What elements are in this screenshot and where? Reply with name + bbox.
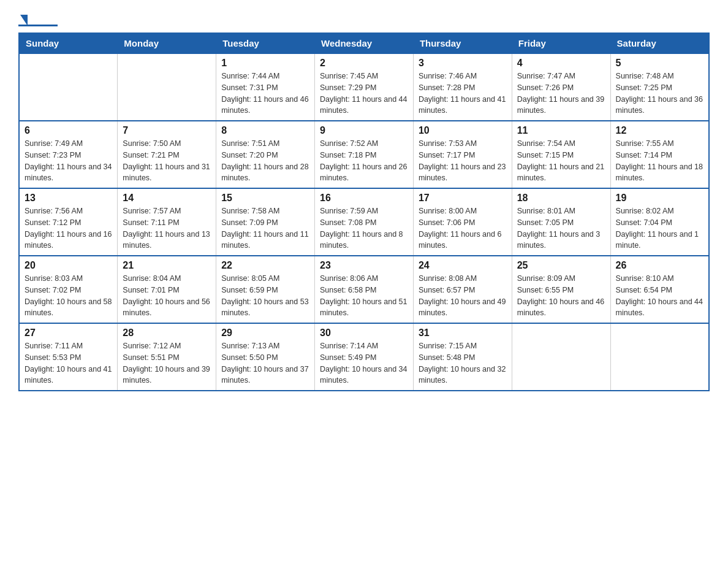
calendar-header-monday: Monday xyxy=(118,33,216,54)
calendar-week-row: 13Sunrise: 7:56 AMSunset: 7:12 PMDayligh… xyxy=(19,188,709,256)
calendar-cell: 19Sunrise: 8:02 AMSunset: 7:04 PMDayligh… xyxy=(610,188,709,256)
day-number: 19 xyxy=(616,193,703,204)
calendar-header-friday: Friday xyxy=(512,33,610,54)
calendar-cell xyxy=(610,323,709,391)
day-number: 25 xyxy=(517,260,605,271)
day-info: Sunrise: 8:10 AMSunset: 6:54 PMDaylight:… xyxy=(616,273,703,319)
day-number: 27 xyxy=(25,327,112,339)
calendar-cell: 17Sunrise: 8:00 AMSunset: 7:06 PMDayligh… xyxy=(413,188,512,256)
day-info: Sunrise: 8:09 AMSunset: 6:55 PMDaylight:… xyxy=(517,273,605,319)
day-info: Sunrise: 7:49 AMSunset: 7:23 PMDaylight:… xyxy=(25,138,112,184)
calendar-cell xyxy=(19,54,118,121)
day-number: 22 xyxy=(221,260,309,271)
day-info: Sunrise: 7:55 AMSunset: 7:14 PMDaylight:… xyxy=(616,138,703,184)
day-info: Sunrise: 8:04 AMSunset: 7:01 PMDaylight:… xyxy=(123,273,211,319)
calendar-cell xyxy=(118,54,216,121)
calendar-cell: 5Sunrise: 7:48 AMSunset: 7:25 PMDaylight… xyxy=(610,54,709,121)
day-info: Sunrise: 7:54 AMSunset: 7:15 PMDaylight:… xyxy=(517,138,605,184)
day-info: Sunrise: 7:51 AMSunset: 7:20 PMDaylight:… xyxy=(221,138,309,184)
calendar-header-wednesday: Wednesday xyxy=(315,33,414,54)
calendar-cell: 28Sunrise: 7:12 AMSunset: 5:51 PMDayligh… xyxy=(118,323,216,391)
day-info: Sunrise: 7:57 AMSunset: 7:11 PMDaylight:… xyxy=(123,205,211,251)
day-info: Sunrise: 7:44 AMSunset: 7:31 PMDaylight:… xyxy=(221,71,309,117)
day-info: Sunrise: 8:06 AMSunset: 6:58 PMDaylight:… xyxy=(320,273,408,319)
calendar-cell: 20Sunrise: 8:03 AMSunset: 7:02 PMDayligh… xyxy=(19,256,118,323)
day-info: Sunrise: 7:15 AMSunset: 5:48 PMDaylight:… xyxy=(419,340,507,386)
day-number: 2 xyxy=(320,58,408,69)
calendar-header-sunday: Sunday xyxy=(19,33,118,54)
day-number: 16 xyxy=(320,193,408,204)
day-number: 31 xyxy=(419,327,507,339)
day-info: Sunrise: 8:01 AMSunset: 7:05 PMDaylight:… xyxy=(517,205,605,251)
calendar-cell: 31Sunrise: 7:15 AMSunset: 5:48 PMDayligh… xyxy=(413,323,512,391)
day-number: 23 xyxy=(320,260,408,271)
calendar-cell: 4Sunrise: 7:47 AMSunset: 7:26 PMDaylight… xyxy=(512,54,610,121)
day-number: 4 xyxy=(517,58,605,69)
day-info: Sunrise: 7:52 AMSunset: 7:18 PMDaylight:… xyxy=(320,138,408,184)
day-number: 7 xyxy=(123,125,211,136)
calendar-cell: 9Sunrise: 7:52 AMSunset: 7:18 PMDaylight… xyxy=(315,121,414,188)
calendar-header-saturday: Saturday xyxy=(610,33,709,54)
calendar-week-row: 27Sunrise: 7:11 AMSunset: 5:53 PMDayligh… xyxy=(19,323,709,391)
day-info: Sunrise: 7:59 AMSunset: 7:08 PMDaylight:… xyxy=(320,205,408,251)
calendar-cell: 1Sunrise: 7:44 AMSunset: 7:31 PMDaylight… xyxy=(216,54,315,121)
calendar-cell: 27Sunrise: 7:11 AMSunset: 5:53 PMDayligh… xyxy=(19,323,118,391)
day-info: Sunrise: 7:50 AMSunset: 7:21 PMDaylight:… xyxy=(123,138,211,184)
day-info: Sunrise: 7:58 AMSunset: 7:09 PMDaylight:… xyxy=(221,205,309,251)
day-number: 15 xyxy=(221,193,309,204)
calendar-cell: 22Sunrise: 8:05 AMSunset: 6:59 PMDayligh… xyxy=(216,256,315,323)
day-info: Sunrise: 7:45 AMSunset: 7:29 PMDaylight:… xyxy=(320,71,408,117)
calendar-week-row: 6Sunrise: 7:49 AMSunset: 7:23 PMDaylight… xyxy=(19,121,709,188)
calendar-week-row: 20Sunrise: 8:03 AMSunset: 7:02 PMDayligh… xyxy=(19,256,709,323)
day-info: Sunrise: 8:08 AMSunset: 6:57 PMDaylight:… xyxy=(419,273,507,319)
day-info: Sunrise: 8:05 AMSunset: 6:59 PMDaylight:… xyxy=(221,273,309,319)
day-info: Sunrise: 7:47 AMSunset: 7:26 PMDaylight:… xyxy=(517,71,605,117)
day-info: Sunrise: 7:13 AMSunset: 5:50 PMDaylight:… xyxy=(221,340,309,386)
calendar-cell: 8Sunrise: 7:51 AMSunset: 7:20 PMDaylight… xyxy=(216,121,315,188)
calendar-cell: 23Sunrise: 8:06 AMSunset: 6:58 PMDayligh… xyxy=(315,256,414,323)
day-number: 17 xyxy=(419,193,507,204)
logo-text xyxy=(18,12,28,26)
calendar-cell: 15Sunrise: 7:58 AMSunset: 7:09 PMDayligh… xyxy=(216,188,315,256)
calendar-cell: 3Sunrise: 7:46 AMSunset: 7:28 PMDaylight… xyxy=(413,54,512,121)
day-info: Sunrise: 7:48 AMSunset: 7:25 PMDaylight:… xyxy=(616,71,703,117)
page-header xyxy=(18,12,710,26)
calendar-cell: 26Sunrise: 8:10 AMSunset: 6:54 PMDayligh… xyxy=(610,256,709,323)
day-info: Sunrise: 8:03 AMSunset: 7:02 PMDaylight:… xyxy=(25,273,112,319)
day-info: Sunrise: 7:53 AMSunset: 7:17 PMDaylight:… xyxy=(419,138,507,184)
calendar-table: SundayMondayTuesdayWednesdayThursdayFrid… xyxy=(18,33,710,391)
day-number: 21 xyxy=(123,260,211,271)
calendar-cell: 16Sunrise: 7:59 AMSunset: 7:08 PMDayligh… xyxy=(315,188,414,256)
calendar-cell: 10Sunrise: 7:53 AMSunset: 7:17 PMDayligh… xyxy=(413,121,512,188)
day-info: Sunrise: 7:12 AMSunset: 5:51 PMDaylight:… xyxy=(123,340,211,386)
day-number: 14 xyxy=(123,193,211,204)
calendar-cell: 14Sunrise: 7:57 AMSunset: 7:11 PMDayligh… xyxy=(118,188,216,256)
day-number: 29 xyxy=(221,327,309,339)
calendar-cell: 11Sunrise: 7:54 AMSunset: 7:15 PMDayligh… xyxy=(512,121,610,188)
logo-underline xyxy=(18,25,58,26)
day-number: 24 xyxy=(419,260,507,271)
day-number: 26 xyxy=(616,260,703,271)
calendar-cell: 24Sunrise: 8:08 AMSunset: 6:57 PMDayligh… xyxy=(413,256,512,323)
calendar-cell xyxy=(512,323,610,391)
calendar-cell: 21Sunrise: 8:04 AMSunset: 7:01 PMDayligh… xyxy=(118,256,216,323)
calendar-header-thursday: Thursday xyxy=(413,33,512,54)
day-number: 28 xyxy=(123,327,211,339)
day-number: 6 xyxy=(25,125,112,136)
day-number: 1 xyxy=(221,58,309,69)
calendar-cell: 12Sunrise: 7:55 AMSunset: 7:14 PMDayligh… xyxy=(610,121,709,188)
day-number: 13 xyxy=(25,193,112,204)
day-number: 20 xyxy=(25,260,112,271)
calendar-week-row: 1Sunrise: 7:44 AMSunset: 7:31 PMDaylight… xyxy=(19,54,709,121)
day-info: Sunrise: 7:11 AMSunset: 5:53 PMDaylight:… xyxy=(25,340,112,386)
calendar-cell: 18Sunrise: 8:01 AMSunset: 7:05 PMDayligh… xyxy=(512,188,610,256)
day-number: 10 xyxy=(419,125,507,136)
day-info: Sunrise: 8:02 AMSunset: 7:04 PMDaylight:… xyxy=(616,205,703,251)
day-number: 5 xyxy=(616,58,703,69)
day-number: 11 xyxy=(517,125,605,136)
day-info: Sunrise: 8:00 AMSunset: 7:06 PMDaylight:… xyxy=(419,205,507,251)
day-number: 8 xyxy=(221,125,309,136)
calendar-cell: 29Sunrise: 7:13 AMSunset: 5:50 PMDayligh… xyxy=(216,323,315,391)
day-number: 3 xyxy=(419,58,507,69)
day-number: 30 xyxy=(320,327,408,339)
